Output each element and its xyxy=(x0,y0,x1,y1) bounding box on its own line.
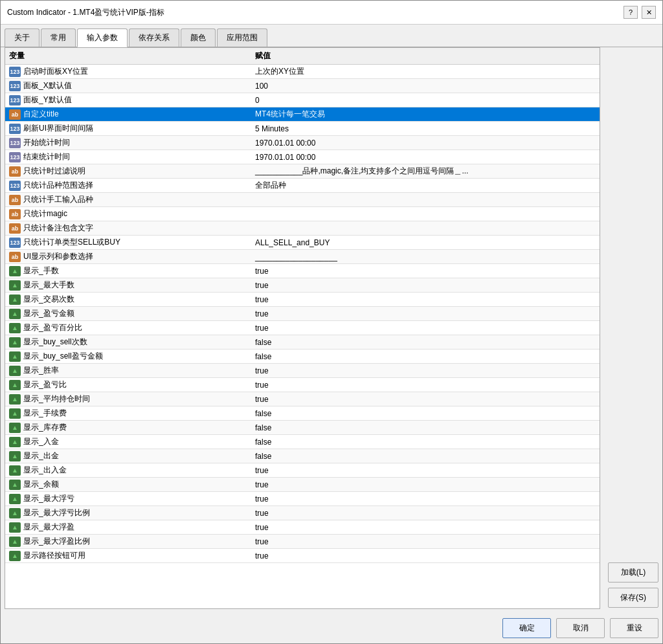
cell-val-3: MT4统计每一笔交易 xyxy=(251,107,600,121)
col-var-header: 变量 xyxy=(9,50,255,61)
badge-123: 123 xyxy=(9,95,21,105)
help-button[interactable]: ? xyxy=(624,6,638,19)
table-row[interactable]: 123面板_Y默认值0 xyxy=(5,93,600,107)
table-row[interactable]: 123只统计品种范围选择全部品种 xyxy=(5,179,600,193)
table-row[interactable]: ab自定义titleMT4统计每一笔交易 xyxy=(5,107,600,122)
table-row[interactable]: ▲显示_最大浮亏比例true xyxy=(5,506,600,520)
table-row[interactable]: ▲显示_出入金true xyxy=(5,463,600,478)
table-row[interactable]: ▲显示_盈亏比true xyxy=(5,378,600,392)
var-text-7: 只统计时过滤说明 xyxy=(23,166,85,177)
cell-val-14: true xyxy=(251,265,600,277)
cell-var-27: ▲显示_出金 xyxy=(5,449,251,463)
table-row[interactable]: ▲显示_盈亏百分比true xyxy=(5,321,600,335)
table-row[interactable]: ▲显示_入金false xyxy=(5,435,600,449)
cell-val-8: 全部品种 xyxy=(251,179,600,192)
var-text-18: 显示_盈亏百分比 xyxy=(23,322,82,333)
cell-var-16: ▲显示_交易次数 xyxy=(5,293,251,306)
cell-var-4: 123刷新UI界面时间间隔 xyxy=(5,122,251,135)
table-row[interactable]: ▲显示_最大手数true xyxy=(5,278,600,293)
ok-button[interactable]: 确定 xyxy=(502,618,551,638)
table-row[interactable]: ▲显示_盈亏金额true xyxy=(5,307,600,321)
table-row[interactable]: ▲显示_余额true xyxy=(5,478,600,492)
var-text-24: 显示_手续费 xyxy=(23,408,67,419)
table-row[interactable]: ▲显示_出金false xyxy=(5,449,600,463)
table-row[interactable]: ▲显示_交易次数true xyxy=(5,293,600,307)
table-row[interactable]: ▲显示_库存费false xyxy=(5,421,600,435)
table-row[interactable]: ▲显示_手续费false xyxy=(5,406,600,421)
var-text-34: 显示路径按钮可用 xyxy=(23,550,85,561)
load-button[interactable]: 加载(L) xyxy=(608,562,658,583)
cell-var-29: ▲显示_余额 xyxy=(5,478,251,491)
cell-val-10 xyxy=(251,213,600,216)
cell-val-27: false xyxy=(251,450,600,462)
tab-color[interactable]: 颜色 xyxy=(181,28,216,47)
table-row[interactable]: 123开始统计时间1970.01.01 00:00 xyxy=(5,136,600,150)
var-text-30: 显示_最大浮亏 xyxy=(23,493,74,504)
tab-scope[interactable]: 应用范围 xyxy=(217,28,267,47)
table-row[interactable]: ab只统计备注包含文字 xyxy=(5,221,600,236)
tab-common[interactable]: 常用 xyxy=(41,28,76,47)
cancel-button[interactable]: 取消 xyxy=(556,618,605,638)
table-row[interactable]: ▲显示_最大浮盈比例true xyxy=(5,535,600,549)
cell-var-26: ▲显示_入金 xyxy=(5,435,251,449)
main-window: Custom Indicator - 1.MT4盈亏统计VIP版-指标 ? ✕ … xyxy=(0,0,663,644)
cell-var-25: ▲显示_库存费 xyxy=(5,421,251,434)
badge-green: ▲ xyxy=(9,351,21,362)
reset-button[interactable]: 重设 xyxy=(610,618,658,638)
cell-val-26: false xyxy=(251,436,600,448)
table-row[interactable]: ▲显示_胜率true xyxy=(5,364,600,378)
cell-val-28: true xyxy=(251,465,600,476)
table-row[interactable]: ab只统计magic xyxy=(5,207,600,221)
cell-var-6: 123结束统计时间 xyxy=(5,150,251,164)
badge-green: ▲ xyxy=(9,451,21,461)
badge-123: 123 xyxy=(9,81,21,91)
tab-dependency[interactable]: 依存关系 xyxy=(129,28,179,47)
cell-var-31: ▲显示_最大浮亏比例 xyxy=(5,506,251,520)
table-row[interactable]: ▲显示路径按钮可用true xyxy=(5,549,600,563)
table-row[interactable]: ▲显示_buy_sell次数false xyxy=(5,335,600,350)
cell-var-11: ab只统计备注包含文字 xyxy=(5,221,251,235)
cell-val-29: true xyxy=(251,479,600,491)
save-button[interactable]: 保存(S) xyxy=(608,588,658,608)
badge-green: ▲ xyxy=(9,380,21,390)
badge-ab: ab xyxy=(9,109,21,120)
table-row[interactable]: 123刷新UI界面时间间隔5 Minutes xyxy=(5,122,600,136)
badge-green: ▲ xyxy=(9,551,21,561)
var-text-8: 只统计品种范围选择 xyxy=(23,180,93,191)
table-row[interactable]: ▲显示_平均持仓时间true xyxy=(5,392,600,406)
cell-val-17: true xyxy=(251,308,600,320)
tab-input[interactable]: 输入参数 xyxy=(77,28,128,47)
cell-val-7: ___________品种,magic,备注,均支持多个之间用逗号间隔＿... xyxy=(251,164,600,178)
table-row[interactable]: 123启动时面板XY位置上次的XY位置 xyxy=(5,65,600,79)
cell-val-30: true xyxy=(251,493,600,505)
cell-var-14: ▲显示_手数 xyxy=(5,264,251,278)
cell-var-12: 123只统计订单类型SELL或BUY xyxy=(5,236,251,249)
table-row[interactable]: 123结束统计时间1970.01.01 00:00 xyxy=(5,150,600,164)
tab-about[interactable]: 关于 xyxy=(5,28,39,47)
cell-var-21: ▲显示_胜率 xyxy=(5,364,251,377)
table-row[interactable]: ▲显示_最大浮盈true xyxy=(5,520,600,535)
badge-green: ▲ xyxy=(9,408,21,419)
cell-val-9 xyxy=(251,199,600,201)
badge-ab: ab xyxy=(9,166,21,177)
table-body[interactable]: 123启动时面板XY位置上次的XY位置123面板_X默认值100123面板_Y默… xyxy=(5,65,600,608)
table-row[interactable]: 123面板_X默认值100 xyxy=(5,79,600,93)
cell-val-22: true xyxy=(251,379,600,391)
badge-123: 123 xyxy=(9,124,21,134)
var-text-20: 显示_buy_sell盈亏金额 xyxy=(23,351,103,362)
table-row[interactable]: ▲显示_buy_sell盈亏金额false xyxy=(5,350,600,364)
badge-green: ▲ xyxy=(9,494,21,504)
var-text-3: 自定义title xyxy=(23,109,59,120)
cell-var-5: 123开始统计时间 xyxy=(5,136,251,150)
var-text-21: 显示_胜率 xyxy=(23,365,59,376)
table-row[interactable]: 123只统计订单类型SELL或BUYALL_SELL_and_BUY xyxy=(5,236,600,250)
table-row[interactable]: ab只统计手工输入品种 xyxy=(5,193,600,207)
table-row[interactable]: abUI显示列和参数选择___________________ xyxy=(5,250,600,264)
close-button[interactable]: ✕ xyxy=(642,6,656,19)
table-row[interactable]: ▲显示_手数true xyxy=(5,264,600,278)
cell-val-13: ___________________ xyxy=(251,251,600,263)
badge-green: ▲ xyxy=(9,280,21,291)
table-row[interactable]: ab只统计时过滤说明___________品种,magic,备注,均支持多个之间… xyxy=(5,164,600,179)
cell-val-11 xyxy=(251,227,600,230)
table-row[interactable]: ▲显示_最大浮亏true xyxy=(5,492,600,506)
